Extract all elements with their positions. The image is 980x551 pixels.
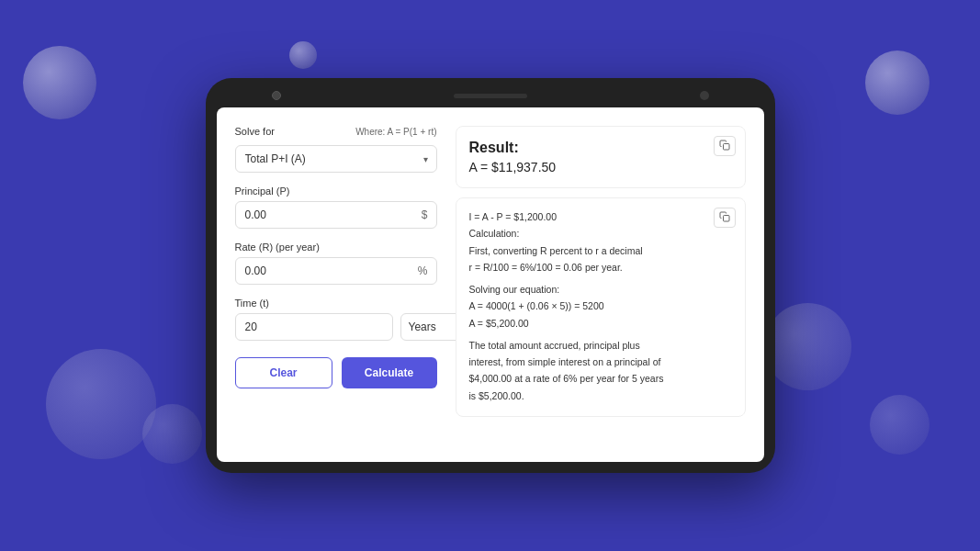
tablet: Solve for Where: A = P(1 + rt) Total P+I… — [206, 78, 775, 473]
bg-circle-5 — [142, 404, 202, 464]
svg-rect-0 — [723, 144, 729, 151]
copy-detail-button[interactable] — [714, 208, 736, 228]
rate-input-wrapper: % — [235, 257, 437, 285]
rate-input[interactable] — [235, 257, 437, 285]
rate-label: Rate (R) (per year) — [235, 242, 437, 253]
bg-circle-4 — [46, 349, 156, 459]
clear-button[interactable]: Clear — [235, 357, 332, 388]
principal-suffix: $ — [422, 208, 428, 221]
rate-group: Rate (R) (per year) % — [235, 242, 437, 285]
copy-result-button[interactable] — [714, 136, 736, 156]
solve-for-label: Solve for — [235, 126, 275, 137]
detail-line8: A = $5,200.00 — [469, 316, 732, 331]
bg-circle-1 — [23, 46, 96, 119]
solve-for-header: Solve for Where: A = P(1 + rt) — [235, 126, 437, 137]
solve-for-group: Solve for Where: A = P(1 + rt) Total P+I… — [235, 126, 437, 173]
bg-circle-2 — [289, 41, 317, 69]
solve-for-select[interactable]: Total P+I (A) — [235, 145, 437, 173]
detail-line11: interest, from simple interest on a prin… — [469, 354, 732, 369]
detail-line3: First, converting R percent to r a decim… — [469, 243, 732, 258]
principal-group: Principal (P) $ — [235, 186, 437, 229]
principal-input-wrapper: $ — [235, 201, 437, 229]
result-title: Result: — [469, 140, 732, 156]
time-input[interactable] — [235, 313, 393, 341]
buttons-row: Clear Calculate — [235, 357, 437, 388]
bg-circle-7 — [870, 395, 929, 455]
time-row: Years Months Days ▾ — [235, 313, 437, 341]
detail-line4: r = R/100 = 6%/100 = 0.06 per year. — [469, 260, 732, 275]
tablet-sensor — [700, 91, 709, 100]
detail-card: I = A - P = $1,200.00 Calculation: First… — [456, 197, 746, 417]
detail-line6: Solving our equation: — [469, 282, 732, 297]
result-value: A = $11,937.50 — [469, 160, 732, 174]
detail-line7: A = 4000(1 + (0.06 × 5)) = 5200 — [469, 298, 732, 313]
detail-line10: The total amount accrued, principal plus — [469, 338, 732, 353]
detail-line1: I = A - P = $1,200.00 — [469, 209, 732, 224]
principal-label: Principal (P) — [235, 186, 437, 197]
detail-line13: is $5,200.00. — [469, 388, 732, 403]
left-panel: Solve for Where: A = P(1 + rt) Total P+I… — [235, 126, 437, 444]
app-content: Solve for Where: A = P(1 + rt) Total P+I… — [217, 107, 764, 462]
right-panel: Result: A = $11,937.50 — [456, 126, 746, 444]
principal-input[interactable] — [235, 201, 437, 229]
solve-for-formula: Where: A = P(1 + rt) — [355, 127, 436, 137]
time-label: Time (t) — [235, 298, 437, 309]
time-group: Time (t) Years Months Days ▾ — [235, 298, 437, 341]
svg-rect-1 — [723, 216, 729, 222]
detail-line12: $4,000.00 at a rate of 6% per year for 5… — [469, 371, 732, 386]
tablet-screen: Solve for Where: A = P(1 + rt) Total P+I… — [217, 107, 764, 462]
result-card: Result: A = $11,937.50 — [456, 126, 746, 188]
detail-line2: Calculation: — [469, 226, 732, 241]
bg-circle-6 — [764, 303, 851, 390]
tablet-speaker — [454, 94, 527, 98]
bg-circle-3 — [865, 51, 929, 115]
tablet-camera — [272, 91, 281, 100]
rate-suffix: % — [418, 264, 428, 277]
solve-for-select-wrapper[interactable]: Total P+I (A) ▾ — [235, 145, 437, 173]
tablet-top-bar — [217, 91, 764, 100]
calculate-button[interactable]: Calculate — [342, 357, 437, 388]
